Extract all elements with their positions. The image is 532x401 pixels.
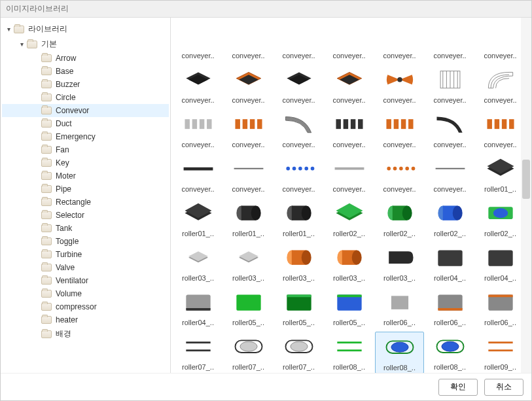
thumbnail-item[interactable]: conveyer..	[325, 65, 374, 105]
tree-label: Turbine	[56, 250, 82, 259]
thumbnail-item[interactable]: roller07_..	[224, 332, 273, 373]
thumbnail-item[interactable]: roller01_..	[274, 198, 323, 239]
cancel-button[interactable]: 취소	[484, 379, 523, 396]
tree-item-buzzer[interactable]: Buzzer	[2, 78, 169, 91]
ok-button[interactable]: 확인	[438, 379, 478, 396]
thumbnail-item[interactable]: roller05_..	[325, 287, 374, 328]
thumbnail-item[interactable]: conveyer..	[476, 65, 525, 105]
thumbnail-item[interactable]: conveyer..	[224, 20, 273, 61]
tree-item-base[interactable]: Base	[2, 65, 169, 78]
tree-item-toggle[interactable]: Toggle	[2, 235, 169, 248]
thumbnail-item[interactable]: roller08_..	[375, 332, 424, 373]
cylinder-orange-icon	[281, 244, 317, 271]
thumbnail-item[interactable]: conveyer..	[375, 65, 424, 105]
thumbnail-label: conveyer..	[383, 185, 416, 193]
thumbnail-item[interactable]: roller02_..	[325, 198, 374, 239]
tree-item-fan[interactable]: Fan	[2, 143, 169, 156]
thumbnail-item[interactable]: conveyer..	[224, 65, 273, 105]
svg-rect-87	[337, 295, 361, 298]
tree-item-selector[interactable]: Selector	[2, 209, 169, 222]
thumbnail-item[interactable]: roller09_..	[476, 332, 525, 373]
thumbnail-label: roller08_..	[383, 364, 416, 372]
thumbnail-item[interactable]: conveyer..	[274, 20, 323, 61]
thumbnail-item[interactable]: conveyer..	[375, 109, 424, 150]
tree-label: 라이브러리	[28, 24, 67, 35]
tree-group[interactable]: ▾ 기본	[2, 37, 169, 52]
tree-item-moter[interactable]: Moter	[2, 169, 169, 183]
thumbnail-item[interactable]: roller06_..	[375, 287, 424, 328]
thumbnail-item[interactable]: roller02_..	[476, 198, 525, 239]
thumbnail-item[interactable]: conveyer..	[425, 20, 474, 61]
thumbnail-item[interactable]: conveyer..	[173, 65, 222, 105]
tree-item-convevor[interactable]: Convevor	[2, 104, 169, 117]
tree-item-tank[interactable]: Tank	[2, 222, 169, 235]
thumbnail-item[interactable]: roller08_..	[425, 332, 474, 373]
thumbnail-item[interactable]: roller03_..	[274, 243, 323, 283]
thumbnail-item[interactable]: roller03_..	[375, 243, 424, 283]
svg-point-58	[301, 206, 311, 220]
thumbnail-item[interactable]: conveyer..	[173, 154, 222, 194]
thumbnail-item[interactable]: conveyer..	[325, 20, 374, 61]
expand-toggle-icon[interactable]: ▾	[5, 26, 12, 33]
thumbnail-item[interactable]: conveyer..	[274, 154, 323, 194]
tree-item-ventilator[interactable]: Ventilator	[2, 274, 169, 287]
tree-item-circle[interactable]: Circle	[2, 91, 169, 104]
thumbnail-item[interactable]: conveyer..	[425, 65, 474, 105]
thumbnail-item[interactable]: conveyer..	[375, 20, 424, 61]
tree-item-rectangle[interactable]: Rectangle	[2, 196, 169, 209]
scrollbar-vertical[interactable]	[521, 18, 531, 373]
thumbnail-item[interactable]: roller06_..	[476, 287, 525, 328]
thumbnail-item[interactable]: conveyer..	[224, 154, 273, 194]
expand-toggle-icon[interactable]: ▾	[18, 41, 26, 48]
thumbnail-item[interactable]: roller04_..	[173, 287, 222, 328]
tree-item-turbine[interactable]: Turbine	[2, 248, 169, 261]
tree-item-emergency[interactable]: Emergency	[2, 130, 169, 143]
thumbnail-item[interactable]: roller05_..	[274, 287, 323, 328]
thumbnail-item[interactable]: roller01_..	[173, 198, 222, 239]
tree-item-배경[interactable]: 배경	[2, 326, 169, 341]
tree-item-duct[interactable]: Duct	[2, 117, 169, 130]
thumbnail-item[interactable]: roller07_..	[173, 332, 222, 373]
tree-item-heater[interactable]: heater	[2, 313, 169, 326]
thumbnail-item[interactable]: roller05_..	[224, 287, 273, 328]
thumbnail-item[interactable]: roller02_..	[375, 198, 424, 239]
tree-item-pipe[interactable]: Pipe	[2, 183, 169, 196]
tree-item-compressor[interactable]: compressor	[2, 300, 169, 313]
thumbnail-item[interactable]: roller04_..	[425, 243, 474, 283]
thumbnail-item[interactable]: roller07_..	[274, 332, 323, 373]
thumbnail-item[interactable]: roller03_..	[325, 243, 374, 283]
thumbnail-label: conveyer..	[484, 141, 516, 148]
thumbnail-item[interactable]: roller02_..	[425, 198, 474, 239]
diamond-gray-small-icon	[180, 244, 217, 271]
folder-icon	[41, 80, 52, 88]
thumbnail-item[interactable]: conveyer..	[476, 109, 525, 150]
thumbnail-item[interactable]: roller08_..	[325, 332, 374, 373]
thumbnail-item[interactable]: conveyer..	[173, 20, 222, 61]
tree-root[interactable]: ▾ 라이브러리	[2, 22, 169, 37]
thumbnail-item[interactable]: conveyer..	[325, 154, 374, 194]
thumbnail-item[interactable]: conveyer..	[224, 109, 273, 150]
tree-item-valve[interactable]: Valve	[2, 261, 169, 274]
thumbnail-item[interactable]: roller01_..	[224, 198, 273, 239]
thumbnail-label: roller02_..	[434, 230, 466, 237]
thumbnail-item[interactable]: conveyer..	[476, 20, 525, 61]
thumbnail-item[interactable]: roller03_..	[224, 243, 273, 283]
svg-point-102	[391, 343, 408, 353]
thumbnail-item[interactable]: conveyer..	[325, 109, 374, 150]
svg-point-37	[286, 167, 290, 171]
thumbnail-item[interactable]: conveyer..	[173, 109, 222, 150]
thumbnail-item[interactable]: roller04_..	[476, 243, 525, 283]
thumbnail-item[interactable]: conveyer..	[425, 154, 474, 194]
thumbnail-item[interactable]: conveyer..	[274, 65, 323, 105]
diamond-gray-small-icon	[230, 244, 267, 271]
tree-item-volume[interactable]: Volume	[2, 287, 169, 300]
thumbnail-item[interactable]: roller03_..	[173, 243, 222, 283]
thumbnail-item[interactable]: conveyer..	[274, 109, 323, 150]
tree-item-key[interactable]: Key	[2, 156, 169, 169]
thumbnail-item[interactable]: roller01_..	[476, 154, 525, 194]
thumbnail-item[interactable]: roller06_..	[425, 287, 474, 328]
thumbnail-item[interactable]: conveyer..	[425, 109, 474, 150]
tree-item-arrow[interactable]: Arrow	[2, 52, 169, 65]
thumbnail-item[interactable]: conveyer..	[375, 154, 424, 194]
scrollbar-thumb[interactable]	[522, 160, 530, 199]
